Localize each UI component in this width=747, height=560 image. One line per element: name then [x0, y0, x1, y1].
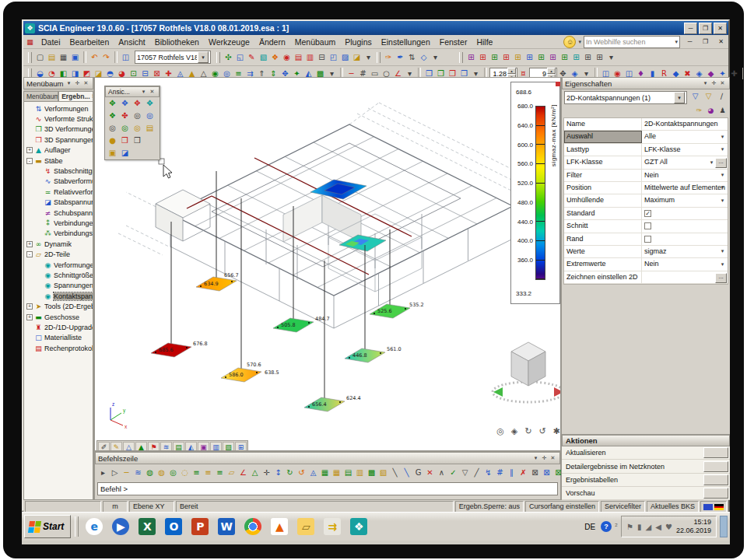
property-row[interactable]: Auswahl Alle ▾ ...: [564, 131, 728, 143]
property-filter-icon[interactable]: ▽: [703, 91, 714, 102]
property-row[interactable]: Position Mittelwerte auf Elementen ▾ ...: [564, 182, 728, 194]
toolbar-icon[interactable]: ▣: [69, 52, 81, 63]
tree-item[interactable]: □ Materialliste: [24, 333, 93, 343]
taskbar-app-file-explorer[interactable]: ▱: [294, 516, 317, 537]
property-row[interactable]: Schnitt ▾ ...: [564, 220, 728, 233]
command-tool-icon[interactable]: ∠: [237, 467, 249, 478]
property-row[interactable]: Name 2D-Kontaktspannungen ▾ ...: [564, 118, 728, 131]
property-row[interactable]: Extremwerte Nein ▾ ...: [564, 258, 728, 271]
undo-redo-icon[interactable]: ↶: [89, 52, 100, 63]
chevron-down-icon[interactable]: ▾: [65, 79, 73, 88]
menu-item[interactable]: Fenster: [435, 37, 472, 47]
menu-item[interactable]: Bearbeiten: [65, 37, 114, 47]
tray-status-icon[interactable]: ♥: [665, 523, 672, 531]
zoom-tool-icon[interactable]: ◎: [107, 123, 118, 134]
property-action-icon[interactable]: ✑: [694, 106, 704, 115]
tray-status-icon[interactable]: ⚑: [626, 523, 633, 531]
action-more-button[interactable]: [703, 488, 728, 499]
tree-item[interactable]: ❒ 3D Verformungen: [24, 124, 93, 135]
command-tool-icon[interactable]: ▤: [342, 467, 354, 478]
menu-tree-header[interactable]: Menübaum ▾ ✛ ✕: [23, 77, 93, 89]
property-row[interactable]: Umhüllende Maximum ▾ ...: [564, 194, 728, 207]
zoom-tool-icon[interactable]: ❖: [107, 110, 118, 121]
tree-expander-icon[interactable]: -: [26, 158, 33, 164]
model-tool-icon[interactable]: ▥: [304, 52, 316, 63]
tree-item[interactable]: - ▬ Stäbe: [24, 156, 93, 166]
tree-item[interactable]: ◉ Spannungen: [24, 281, 93, 291]
command-tool-icon[interactable]: ≡: [191, 467, 202, 478]
toolbar-icon[interactable]: ▤: [46, 52, 58, 63]
tree-item[interactable]: ⁂ Verbindungskräfte: [24, 229, 93, 239]
property-row[interactable]: LFK-Klasse GZT All ▾ ...: [564, 156, 728, 169]
tree-item[interactable]: + ▬ Geschosse: [24, 312, 93, 322]
result-tool-icon[interactable]: ▾: [605, 52, 617, 63]
tree-item[interactable]: ❒ 3D Spannungen: [24, 135, 93, 145]
zoom-tool-icon[interactable]: ◎: [119, 123, 131, 134]
result-tool-icon[interactable]: ⊞: [512, 52, 524, 63]
tree-item[interactable]: + ▲ Auflager: [24, 145, 93, 156]
view-nav-icon[interactable]: ◈: [509, 425, 520, 436]
model-tool-icon[interactable]: ❖: [269, 52, 281, 63]
property-row[interactable]: Filter Nein ▾ ...: [564, 170, 728, 182]
command-tool-icon[interactable]: ▧: [377, 467, 389, 478]
render-tool-icon[interactable]: ●: [107, 135, 118, 146]
taskbar-app-media-player[interactable]: ▶: [109, 516, 132, 537]
status-current-ucs[interactable]: Aktuelles BKS: [647, 501, 699, 513]
result-type-combo[interactable]: 2D-Kontaktspannungen (1) ▾: [564, 91, 687, 104]
result-tool-icon[interactable]: ⊞: [582, 52, 594, 63]
viewport-tool-icon[interactable]: ✎: [110, 442, 122, 451]
viewport-tool-icon[interactable]: △: [123, 442, 135, 451]
snap-tool-icon[interactable]: ⊠: [529, 467, 541, 478]
command-tool-icon[interactable]: ✛: [261, 467, 272, 478]
command-tool-icon[interactable]: ◍: [156, 467, 167, 478]
tree-item[interactable]: ≠ Schubspannung: [24, 208, 93, 218]
help-tray-icon[interactable]: ?: [601, 521, 612, 532]
snap-tool-icon[interactable]: ✓: [447, 467, 459, 478]
result-tool-icon[interactable]: ⊞: [465, 52, 477, 63]
restore-button[interactable]: ❐: [699, 23, 712, 34]
viewport-tool-icon[interactable]: ▤: [173, 442, 184, 451]
property-row[interactable]: Lasttyp LFK-Klasse ▾ ...: [564, 144, 728, 156]
chevron-down-icon[interactable]: ▾: [701, 79, 710, 88]
tree-item[interactable]: ◉ Kontaktspannungen: [24, 291, 93, 301]
checkbox[interactable]: [644, 222, 651, 229]
chevron-down-icon[interactable]: ▾: [718, 247, 727, 256]
tray-status-icon[interactable]: ◢: [646, 523, 652, 531]
tool-icon[interactable]: ⇅: [406, 52, 418, 63]
pin-icon[interactable]: ✛: [540, 454, 549, 463]
render-tool-icon[interactable]: ❒: [132, 135, 143, 146]
view-nav-icon[interactable]: ✱: [551, 425, 561, 436]
model-3d-viewport[interactable]: 634.9 656.7 685.6 676.8 586.0 570.6 638.…: [94, 77, 561, 451]
render-tool-icon[interactable]: ❒: [119, 135, 131, 146]
result-tool-icon[interactable]: ⊞: [477, 52, 489, 63]
tray-expand-icon[interactable]: ²: [615, 523, 618, 531]
doc-close-button[interactable]: ✕: [715, 37, 727, 47]
result-tool-icon[interactable]: ⊞: [570, 52, 582, 63]
chevron-down-icon[interactable]: ▾: [139, 88, 148, 96]
model-tool-icon[interactable]: ◪: [351, 52, 363, 63]
taskbar-app-excel[interactable]: X: [135, 516, 159, 537]
chevron-down-icon[interactable]: ▾: [718, 145, 727, 154]
view-nav-icon[interactable]: ↺: [537, 425, 548, 436]
ellipsis-button[interactable]: ...: [715, 273, 727, 283]
chevron-down-icon[interactable]: ▾: [718, 184, 727, 192]
command-tool-icon[interactable]: ≋: [132, 467, 144, 478]
action-row[interactable]: Ergebnistabellen: [562, 474, 730, 487]
model-tool-icon[interactable]: ▧: [258, 52, 269, 63]
taskbar-app-scia-engineer[interactable]: ❖: [347, 516, 370, 537]
command-input[interactable]: Befehl >: [97, 482, 558, 495]
tree-item[interactable]: ∿ Verformte Struktur: [24, 114, 93, 124]
model-tool-icon[interactable]: ⊟: [316, 52, 328, 63]
viewport-tool-icon[interactable]: ▣: [198, 442, 209, 451]
property-row[interactable]: Zeichnen einstellen 2D ▾ ...: [564, 271, 728, 284]
snap-tool-icon[interactable]: ⊠: [541, 467, 552, 478]
show-desktop-button[interactable]: [720, 516, 728, 537]
command-tool-icon[interactable]: ◍: [144, 467, 156, 478]
snap-tool-icon[interactable]: ╲: [389, 467, 401, 478]
tree-item[interactable]: ≃ Relativverformung: [24, 187, 93, 197]
snap-tool-icon[interactable]: ↯: [482, 467, 494, 478]
chevron-down-icon[interactable]: ▾: [718, 260, 727, 268]
pin-icon[interactable]: ✛: [73, 79, 82, 88]
result-tool-icon[interactable]: ⊞: [594, 52, 605, 63]
tree-item[interactable]: ♜ 2D-/1D-Upgrade: [24, 322, 93, 332]
